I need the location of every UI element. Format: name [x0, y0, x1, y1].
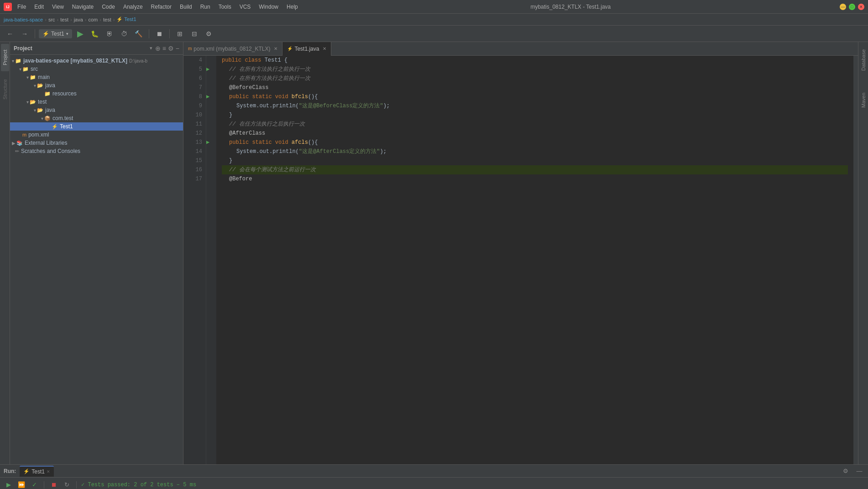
run-config-selector[interactable]: ⚡ Test1 ▾ — [39, 29, 72, 38]
run-with-coverage-button[interactable]: ⛨ — [103, 28, 116, 40]
editor-scrollbar[interactable] — [853, 56, 858, 464]
tree-expand-java[interactable]: ▾ — [34, 83, 36, 88]
tree-expand-module[interactable]: ▾ — [12, 58, 14, 63]
menu-build[interactable]: Build — [176, 2, 196, 11]
resources-folder-icon: 📁 — [44, 91, 51, 97]
stop-button[interactable]: ⏹ — [153, 28, 166, 40]
code-content[interactable]: public class Test1 { // 在所有方法执行之前执行一次 //… — [216, 56, 853, 464]
editor-area: m pom.xml (mybatis_0812_KTLX) ✕ ⚡ Test1.… — [183, 42, 858, 464]
breadcrumb-item[interactable]: test — [60, 17, 68, 22]
menu-code[interactable]: Code — [98, 2, 119, 11]
right-tab-database[interactable]: Database — [859, 44, 868, 76]
breadcrumb-item[interactable]: java — [74, 17, 83, 22]
tree-expand-main[interactable]: ▾ — [26, 75, 29, 80]
run-tab-close[interactable]: ✕ — [47, 469, 50, 474]
code-line-7: @BeforeClass — [222, 83, 848, 92]
project-minimize-icon[interactable]: − — [176, 45, 179, 52]
run-stop-button[interactable]: ⏹ — [49, 480, 59, 489]
tree-expand-test[interactable]: ▾ — [26, 100, 29, 105]
tree-expand-com-test[interactable]: ▾ — [41, 116, 43, 121]
right-tab-maven[interactable]: Maven — [859, 84, 868, 116]
project-header-dropdown[interactable]: ▾ — [150, 45, 152, 51]
run-minimize-button[interactable]: — — [854, 466, 864, 476]
project-settings-icon[interactable]: ⚙ — [168, 45, 174, 52]
tree-item-label: test — [38, 99, 47, 105]
tree-item-main[interactable]: ▾ 📁 main — [10, 73, 183, 81]
run-pass-button[interactable]: ✓ — [29, 480, 39, 489]
settings-button[interactable]: ⚙ — [203, 28, 215, 40]
project-tree-icon[interactable]: ≡ — [162, 45, 166, 52]
app-logo: IJ — [4, 3, 12, 11]
menu-navigate[interactable]: Navigate — [68, 2, 97, 11]
maximize-button[interactable]: □ — [849, 4, 855, 10]
bottom-tab-test1[interactable]: ⚡ Test1 ✕ — [20, 466, 54, 477]
tree-item-test[interactable]: ▾ 📂 test — [10, 98, 183, 106]
forward-button[interactable]: → — [18, 28, 31, 40]
menu-help[interactable]: Help — [283, 2, 302, 11]
breadcrumb-item[interactable]: java-baties-space — [4, 17, 43, 22]
tree-item-resources[interactable]: ▾ 📁 resources — [10, 89, 183, 98]
back-button[interactable]: ← — [4, 28, 16, 40]
gutter-run-8[interactable]: ▶ — [206, 92, 216, 101]
run-skip-button[interactable]: ⏩ — [16, 480, 26, 489]
gutter-run-5[interactable]: ▶ — [206, 65, 216, 74]
menu-edit[interactable]: Edit — [31, 2, 47, 11]
tree-item-label: java-baties-space [mybatis_0812_KTLX] — [23, 58, 127, 64]
breadcrumb-item-test1[interactable]: ⚡ Test1 — [116, 16, 136, 22]
tree-item-src[interactable]: ▾ 📁 src — [10, 65, 183, 73]
tree-item-label: pom.xml — [28, 131, 49, 138]
run-play-button[interactable]: ▶ — [4, 480, 14, 489]
tree-item-external-libs[interactable]: ▶ 📚 External Libraries — [10, 139, 183, 147]
tree-item-module[interactable]: ▾ 📁 java-baties-space [mybatis_0812_KTLX… — [10, 57, 183, 65]
breadcrumb-item[interactable]: src — [48, 17, 55, 22]
profile-button[interactable]: ⏱ — [118, 28, 131, 40]
menu-analyze[interactable]: Analyze — [120, 2, 146, 11]
menu-window[interactable]: Window — [255, 2, 282, 11]
title-bar: IJ File Edit View Navigate Code Analyze … — [0, 0, 868, 14]
tree-item-java-main[interactable]: ▾ 📂 java — [10, 81, 183, 89]
gutter-run-13[interactable]: ▶ — [206, 138, 216, 147]
minimize-button[interactable]: — — [840, 4, 846, 10]
run-settings-button[interactable]: ⚙ — [841, 466, 851, 476]
tree-item-java-test[interactable]: ▾ 📂 java — [10, 106, 183, 114]
code-line-16: // 会在每个测试方法之前运行一次 — [222, 165, 848, 174]
menu-file[interactable]: File — [14, 2, 30, 11]
debug-button[interactable]: 🐛 — [89, 28, 101, 40]
tree-item-path: D:\java-b — [129, 58, 147, 63]
menu-tools[interactable]: Tools — [215, 2, 235, 11]
test1-tab-close[interactable]: ✕ — [323, 46, 326, 51]
tree-expand-src[interactable]: ▾ — [19, 67, 21, 72]
tree-expand-java-test[interactable]: ▾ — [34, 108, 36, 113]
menu-vcs[interactable]: VCS — [236, 2, 255, 11]
sidebar-tab-structure[interactable]: Structure — [1, 76, 9, 103]
close-button[interactable]: ✕ — [858, 4, 864, 10]
java-file-icon: ⚡ — [52, 124, 58, 130]
main-content: Project Structure Project ▾ ⊕ ≡ ⚙ − ▾ 📁 … — [0, 42, 868, 464]
tree-item-test1[interactable]: ▾ ⚡ Test1 — [10, 122, 183, 131]
editor-tab-test1[interactable]: ⚡ Test1.java ✕ — [282, 42, 331, 56]
tree-expand-ext[interactable]: ▶ — [12, 141, 16, 146]
editor-tab-pom-xml[interactable]: m pom.xml (mybatis_0812_KTLX) ✕ — [183, 42, 282, 56]
run-button[interactable]: ▶ — [74, 28, 87, 40]
breadcrumb-item[interactable]: com — [89, 17, 98, 22]
tree-item-label: java — [45, 107, 55, 113]
code-line-13: public static void afcls(){ — [222, 138, 848, 147]
code-line-12: @AfterClass — [222, 129, 848, 138]
build-button[interactable]: 🔨 — [132, 28, 145, 40]
run-restart-button[interactable]: ↻ — [62, 480, 72, 489]
project-new-file-icon[interactable]: ⊕ — [155, 45, 161, 52]
expand-all-button[interactable]: ⊞ — [173, 28, 186, 40]
sidebar-tab-project[interactable]: Project — [1, 44, 9, 71]
java-folder-test-icon: 📂 — [37, 107, 43, 113]
menu-run[interactable]: Run — [197, 2, 214, 11]
tree-item-com-test[interactable]: ▾ 📦 com.test — [10, 114, 183, 122]
menu-view[interactable]: View — [48, 2, 68, 11]
breadcrumb-item[interactable]: test — [103, 17, 111, 22]
tree-item-scratches[interactable]: ▾ ✏ Scratches and Consoles — [10, 147, 183, 155]
collapse-all-button[interactable]: ⊟ — [188, 28, 201, 40]
title-bar-left: IJ File Edit View Navigate Code Analyze … — [4, 2, 302, 11]
tree-item-pom-xml[interactable]: ▾ m pom.xml — [10, 131, 183, 139]
run-tab-label: Test1 — [31, 468, 45, 475]
pom-xml-tab-close[interactable]: ✕ — [274, 46, 277, 51]
menu-refactor[interactable]: Refactor — [147, 2, 175, 11]
